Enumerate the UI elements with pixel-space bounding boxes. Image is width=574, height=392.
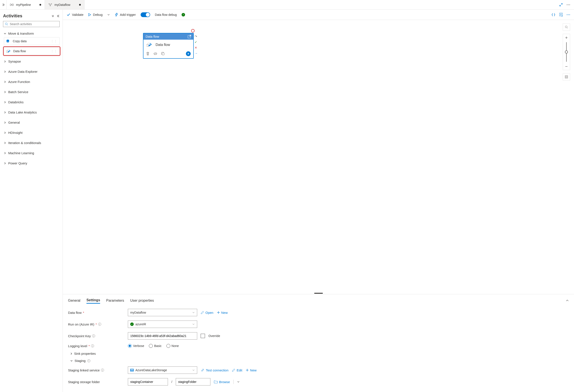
activity-data-flow[interactable]: Data flow ⋮⋮: [4, 47, 60, 55]
panel-resize-handle[interactable]: [63, 292, 574, 294]
dirty-indicator: [40, 4, 41, 6]
svg-line-10: [7, 25, 8, 26]
debug-status-badge: ✓: [182, 13, 185, 17]
collapse-panel-icon[interactable]: [566, 299, 569, 302]
expand-left-button[interactable]: [0, 0, 6, 9]
dataflow-icon: [48, 3, 52, 6]
runon-select[interactable]: ✓azureIR: [128, 320, 197, 328]
tab-parameters[interactable]: Parameters: [106, 298, 124, 303]
more-icon[interactable]: [567, 4, 570, 5]
clone-icon[interactable]: [161, 52, 165, 56]
toolbar-more-icon[interactable]: [567, 14, 570, 15]
chevron-right-icon: [3, 91, 6, 93]
activity-copy-data[interactable]: Copy data ⋮⋮: [4, 37, 60, 45]
error-icon: ✕: [195, 46, 198, 49]
search-activities-input[interactable]: [3, 21, 60, 27]
folder-icon: [214, 380, 218, 383]
browse-folder-button[interactable]: Browse: [214, 380, 230, 384]
open-external-icon[interactable]: [188, 35, 191, 38]
category-item[interactable]: Data Lake Analytics: [3, 109, 60, 116]
browse-dropdown-button[interactable]: [237, 381, 240, 383]
fit-screen-button[interactable]: [563, 73, 570, 80]
sidebar-title: Activities: [3, 13, 22, 19]
zoom-slider[interactable]: [563, 41, 570, 63]
chevron-down-icon: [192, 369, 195, 372]
logging-verbose-radio[interactable]: Verbose: [128, 344, 144, 348]
svg-rect-39: [131, 370, 133, 371]
chevron-right-icon: [70, 352, 72, 355]
debug-button[interactable]: Debug: [88, 13, 102, 17]
test-connection-button[interactable]: Test connection: [201, 368, 228, 372]
chevron-right-icon: [3, 152, 6, 155]
info-icon[interactable]: i: [101, 369, 104, 372]
properties-icon[interactable]: [559, 13, 563, 17]
svg-rect-37: [130, 369, 134, 372]
tab-user-properties[interactable]: User properties: [130, 298, 154, 303]
code-braces-icon[interactable]: [552, 13, 555, 17]
tab-pipeline[interactable]: myPipeline: [6, 0, 45, 9]
chevron-right-icon: [3, 70, 6, 73]
copy-data-icon: [6, 39, 11, 43]
category-item[interactable]: Machine Learning: [3, 149, 60, 157]
logging-basic-radio[interactable]: Basic: [149, 344, 162, 348]
override-checkbox[interactable]: [201, 334, 205, 338]
add-trigger-button[interactable]: Add trigger: [115, 13, 136, 17]
info-icon[interactable]: i: [87, 359, 90, 362]
connection-icon: [201, 368, 205, 372]
svg-rect-33: [565, 76, 568, 78]
svg-rect-34: [566, 76, 567, 78]
checkpoint-input[interactable]: [128, 332, 197, 340]
info-icon[interactable]: i: [92, 334, 95, 337]
staging-linked-service-select[interactable]: AzureDataLakeStorage: [128, 366, 197, 374]
pipeline-canvas[interactable]: Data flow Data flow: [63, 20, 574, 292]
info-icon[interactable]: i: [91, 344, 94, 347]
dataflow-node[interactable]: Data flow Data flow: [143, 33, 194, 59]
category-item[interactable]: General: [3, 119, 60, 126]
dataflow-select[interactable]: myDataflow: [128, 309, 197, 316]
new-dataflow-button[interactable]: New: [217, 311, 228, 314]
breakpoint-indicator[interactable]: [191, 29, 195, 33]
run-node-icon[interactable]: [186, 51, 191, 56]
chevron-right-icon: [3, 101, 6, 103]
pencil-icon: [232, 368, 235, 372]
sink-properties-section[interactable]: Sink properties: [68, 350, 569, 357]
tab-dataflow[interactable]: myDataflow: [45, 0, 84, 9]
storage-icon: [130, 369, 134, 372]
chevron-expand-icon[interactable]: [51, 15, 54, 18]
staging-section[interactable]: Staging i: [68, 357, 569, 364]
redo-icon[interactable]: ↷: [195, 35, 198, 38]
category-item[interactable]: Azure Data Explorer: [3, 68, 60, 75]
category-item[interactable]: Databricks: [3, 98, 60, 106]
category-item[interactable]: Synapse: [3, 58, 60, 65]
new-linked-service-button[interactable]: New: [246, 368, 257, 372]
collapse-sidebar-icon[interactable]: [57, 15, 60, 18]
category-item[interactable]: Azure Function: [3, 78, 60, 86]
dataflow-debug-label: Data flow debug: [155, 13, 177, 17]
expand-icon[interactable]: [559, 3, 563, 6]
validate-button[interactable]: Validate: [67, 13, 83, 17]
staging-container-input[interactable]: [128, 378, 168, 386]
code-icon[interactable]: [153, 52, 157, 55]
chevron-down-icon: [3, 32, 6, 35]
play-icon: [88, 13, 91, 17]
logging-none-radio[interactable]: None: [166, 344, 179, 348]
info-icon[interactable]: i: [98, 323, 101, 326]
staging-folder-input[interactable]: [176, 378, 210, 386]
edit-linked-service-button[interactable]: Edit: [232, 368, 242, 372]
category-move-transform[interactable]: Move & transform: [3, 30, 60, 37]
dataflow-debug-toggle[interactable]: [141, 12, 150, 17]
debug-dropdown-button[interactable]: [107, 13, 110, 16]
category-item[interactable]: Batch Service: [3, 88, 60, 96]
category-item[interactable]: Iteration & conditionals: [3, 139, 60, 147]
open-dataflow-button[interactable]: Open: [201, 311, 213, 314]
delete-icon[interactable]: [146, 52, 149, 56]
category-item[interactable]: HDInsight: [3, 129, 60, 137]
tab-general[interactable]: General: [68, 298, 80, 303]
category-item[interactable]: Power Query: [3, 159, 60, 167]
svg-rect-27: [162, 53, 164, 55]
tab-settings[interactable]: Settings: [86, 297, 100, 304]
zoom-out-button[interactable]: [563, 63, 570, 70]
canvas-search-button[interactable]: [563, 23, 570, 31]
zoom-in-button[interactable]: [563, 34, 570, 41]
trigger-icon: [115, 13, 118, 17]
